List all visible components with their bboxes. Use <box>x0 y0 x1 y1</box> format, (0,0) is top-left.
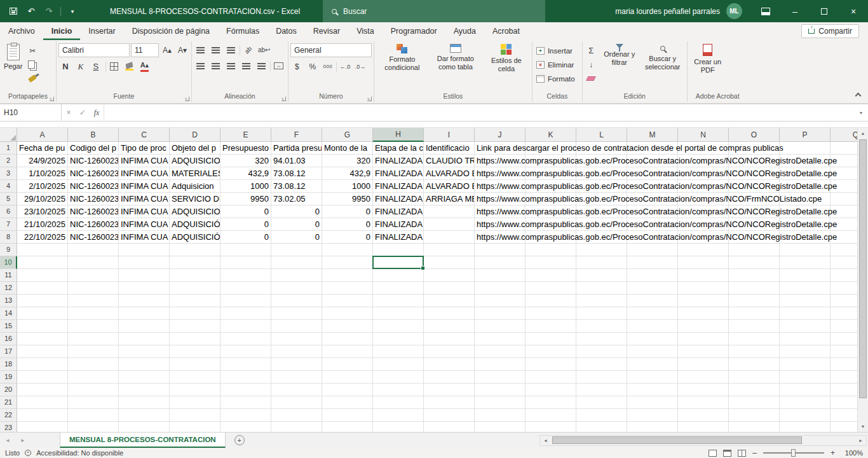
cell-D10[interactable] <box>170 256 220 269</box>
row-header-15[interactable]: 15 <box>0 320 17 333</box>
cell-D3[interactable]: MATERIALES <box>170 167 220 180</box>
bold-button[interactable]: N <box>58 60 72 73</box>
cell-J21[interactable] <box>475 396 526 409</box>
cell-F6[interactable]: 0 <box>271 205 322 218</box>
scroll-right-icon[interactable]: ► <box>855 436 866 445</box>
save-button[interactable] <box>5 3 22 20</box>
tab-programador[interactable]: Programador <box>383 22 445 40</box>
cell-J6[interactable]: https://www.compraspublicas.gob.ec/Proce… <box>475 205 526 218</box>
font-size-select[interactable]: 11 <box>131 43 159 57</box>
cell-P12[interactable] <box>780 282 831 295</box>
cell-G11[interactable] <box>322 269 373 282</box>
cell-K19[interactable] <box>526 371 576 384</box>
tab-datos[interactable]: Datos <box>268 22 305 40</box>
cell-I12[interactable] <box>424 282 475 295</box>
cell-N13[interactable] <box>678 295 729 307</box>
cell-H7[interactable]: FINALIZADA <box>373 218 424 231</box>
cell-A20[interactable] <box>17 384 68 396</box>
cell-P14[interactable] <box>780 307 831 320</box>
cell-Q1[interactable] <box>831 142 857 155</box>
cell-H19[interactable] <box>373 371 424 384</box>
spreadsheet[interactable]: ABCDEFGHIJKLMNOPQ 1Fecha de puCodigo del… <box>0 128 857 432</box>
row-header-10[interactable]: 10 <box>0 256 17 269</box>
merge-center-button[interactable]: ↔ <box>272 59 286 73</box>
cell-A15[interactable] <box>17 320 68 333</box>
cell-G19[interactable] <box>322 371 373 384</box>
cell-I20[interactable] <box>424 384 475 396</box>
cell-I8[interactable] <box>424 231 475 244</box>
cell-K11[interactable] <box>526 269 576 282</box>
cell-P21[interactable] <box>780 396 831 409</box>
cell-B18[interactable] <box>68 358 119 371</box>
cell-H1[interactable]: Etapa de la c <box>373 142 424 155</box>
cell-E3[interactable]: 432,9 <box>220 167 271 180</box>
cell-L12[interactable] <box>576 282 627 295</box>
cell-E14[interactable] <box>220 307 271 320</box>
cell-L19[interactable] <box>576 371 627 384</box>
fill-color-button[interactable] <box>123 60 137 73</box>
cell-J16[interactable] <box>475 333 526 345</box>
cell-B4[interactable]: NIC-1260023 <box>68 180 119 193</box>
cell-G22[interactable] <box>322 409 373 422</box>
cell-M9[interactable] <box>627 244 678 256</box>
cell-N12[interactable] <box>678 282 729 295</box>
wrap-text-button[interactable]: ab↩ <box>257 43 272 57</box>
cell-D19[interactable] <box>170 371 220 384</box>
cell-L16[interactable] <box>576 333 627 345</box>
cell-M10[interactable] <box>627 256 678 269</box>
cell-F12[interactable] <box>271 282 322 295</box>
underline-button[interactable]: S <box>89 60 103 73</box>
cell-M16[interactable] <box>627 333 678 345</box>
cell-A1[interactable]: Fecha de pu <box>17 142 68 155</box>
cell-E4[interactable]: 1000 <box>220 180 271 193</box>
cell-H8[interactable]: FINALIZADA <box>373 231 424 244</box>
column-header-H[interactable]: H <box>373 128 424 142</box>
cell-G16[interactable] <box>322 333 373 345</box>
cell-C23[interactable] <box>119 422 170 432</box>
cell-P18[interactable] <box>780 358 831 371</box>
row-header-12[interactable]: 12 <box>0 282 17 295</box>
cell-M19[interactable] <box>627 371 678 384</box>
cell-E23[interactable] <box>220 422 271 432</box>
search-box[interactable]: Buscar <box>323 0 545 22</box>
format-cells-button[interactable]: Formato <box>534 72 580 85</box>
font-dialog-launcher[interactable] <box>185 97 189 101</box>
column-header-E[interactable]: E <box>220 128 271 142</box>
cell-A2[interactable]: 24/9/2025 <box>17 155 68 167</box>
delete-cells-button[interactable]: × Eliminar <box>534 58 580 71</box>
format-as-table-button[interactable]: Dar formato como tabla <box>430 41 482 73</box>
cell-G5[interactable]: 9950 <box>322 193 373 205</box>
cell-Q5[interactable] <box>831 193 857 205</box>
cell-I17[interactable] <box>424 345 475 358</box>
cell-B12[interactable] <box>68 282 119 295</box>
cell-M17[interactable] <box>627 345 678 358</box>
format-painter-button[interactable] <box>25 72 39 85</box>
cell-J20[interactable] <box>475 384 526 396</box>
cell-E17[interactable] <box>220 345 271 358</box>
cell-H15[interactable] <box>373 320 424 333</box>
decrease-font-button[interactable]: A▾ <box>175 44 189 57</box>
cell-F9[interactable] <box>271 244 322 256</box>
cell-F1[interactable]: Partida presu <box>271 142 322 155</box>
cell-M15[interactable] <box>627 320 678 333</box>
cell-A7[interactable]: 21/10/2025 <box>17 218 68 231</box>
cell-O12[interactable] <box>729 282 780 295</box>
cell-E19[interactable] <box>220 371 271 384</box>
cell-C16[interactable] <box>119 333 170 345</box>
cell-N9[interactable] <box>678 244 729 256</box>
cell-K10[interactable] <box>526 256 576 269</box>
cell-F13[interactable] <box>271 295 322 307</box>
column-header-I[interactable]: I <box>424 128 475 142</box>
cell-A4[interactable]: 2/10/2025 <box>17 180 68 193</box>
scroll-left-icon[interactable]: ◄ <box>540 436 551 445</box>
customize-quick-access-button[interactable]: ▾ <box>64 3 81 20</box>
cell-M23[interactable] <box>627 422 678 432</box>
cell-I10[interactable] <box>424 256 475 269</box>
cell-I15[interactable] <box>424 320 475 333</box>
column-header-K[interactable]: K <box>526 128 576 142</box>
cell-J22[interactable] <box>475 409 526 422</box>
cell-D11[interactable] <box>170 269 220 282</box>
column-header-N[interactable]: N <box>678 128 729 142</box>
minimize-button[interactable]: – <box>780 0 810 22</box>
find-select-button[interactable]: Buscar y seleccionar <box>641 41 685 73</box>
